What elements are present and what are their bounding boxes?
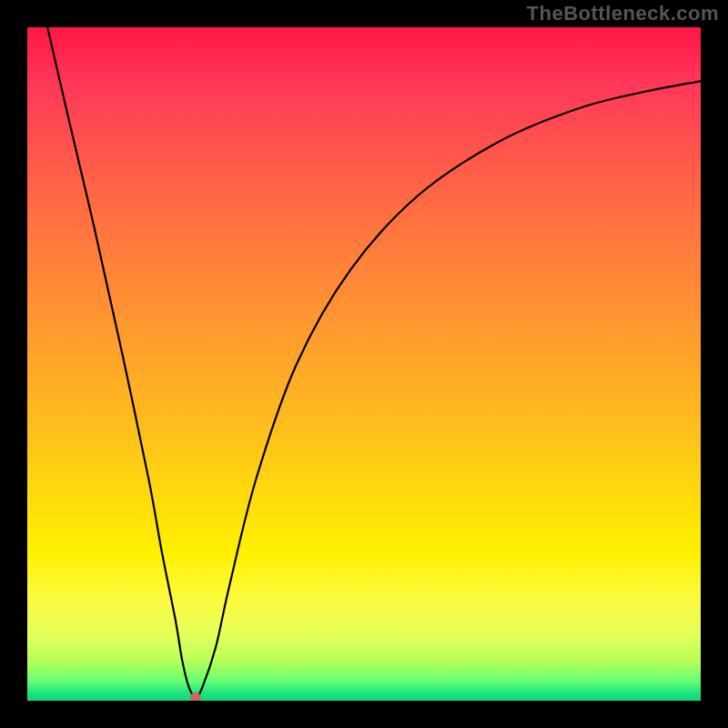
watermark-label: TheBottleneck.com — [527, 2, 719, 25]
chart-frame: TheBottleneck.com — [0, 0, 728, 728]
gradient-background — [27, 27, 701, 701]
optimum-marker — [190, 693, 201, 701]
plot-area — [27, 27, 701, 701]
